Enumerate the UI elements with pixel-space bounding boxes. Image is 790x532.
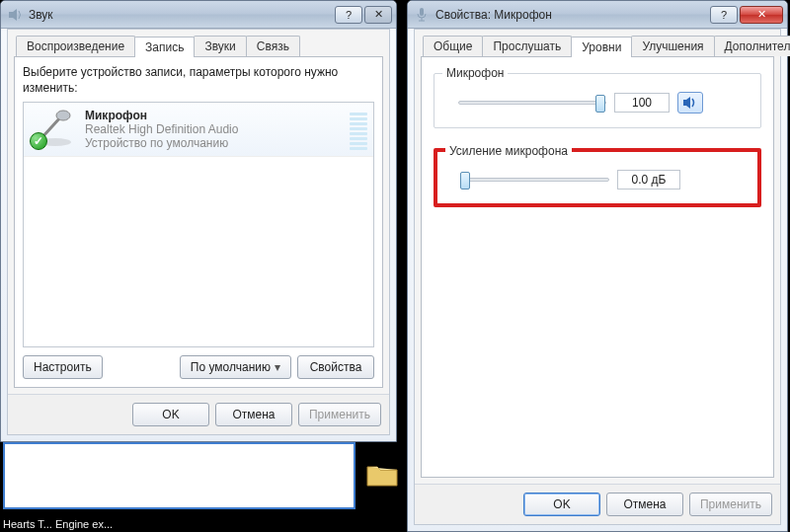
microphone-slider[interactable] [458, 101, 606, 105]
tab-recording[interactable]: Запись [134, 37, 195, 57]
set-default-button[interactable]: По умолчанию [180, 355, 291, 379]
tab-general[interactable]: Общие [423, 36, 483, 56]
desktop-selection-rect [3, 442, 356, 509]
sound-tabs: Воспроизведение Запись Звуки Связь [14, 36, 383, 57]
instruction-text: Выберите устройство записи, параметры ко… [23, 65, 374, 96]
sound-client: Воспроизведение Запись Звуки Связь Выбер… [7, 29, 390, 435]
level-meter [350, 111, 367, 150]
prop-close-button[interactable]: ✕ [740, 6, 783, 24]
levels-tab-body: Микрофон 100 Усиление микрофона [421, 57, 774, 478]
help-button[interactable]: ? [335, 6, 362, 24]
tab-comms[interactable]: Связь [246, 36, 300, 56]
device-button-row: Настроить По умолчанию Свойства [23, 355, 374, 379]
svg-rect-4 [420, 8, 424, 16]
properties-button[interactable]: Свойства [297, 355, 374, 379]
boost-slider-thumb[interactable] [460, 172, 470, 190]
sound-icon [7, 7, 23, 23]
prop-cancel-button[interactable]: Отмена [606, 493, 683, 516]
tab-levels[interactable]: Уровни [571, 37, 632, 57]
device-name: Микрофон [85, 109, 342, 122]
tab-playback[interactable]: Воспроизведение [16, 36, 135, 56]
boost-value: 0.0 дБ [617, 170, 680, 190]
sound-dialog-buttons: OK Отмена Применить [8, 394, 389, 434]
properties-dialog-buttons: OK Отмена Применить [415, 484, 780, 524]
prop-ok-button[interactable]: OK [523, 493, 600, 516]
microphone-slider-row: 100 [444, 92, 750, 114]
tab-listen[interactable]: Прослушать [482, 36, 572, 56]
recording-tab-body: Выберите устройство записи, параметры ко… [14, 57, 383, 388]
microphone-level-group: Микрофон 100 [434, 73, 761, 128]
properties-title: Свойства: Микрофон [435, 8, 708, 22]
microphone-slider-thumb[interactable] [595, 95, 605, 113]
mute-button[interactable] [677, 92, 703, 114]
configure-button[interactable]: Настроить [23, 355, 103, 379]
properties-window: Свойства: Микрофон ? ✕ Общие Прослушать … [407, 0, 788, 532]
prop-apply-button[interactable]: Применить [689, 493, 772, 516]
device-default-label: Устройство по умолчанию [85, 136, 342, 150]
microphone-titlebar-icon [414, 7, 430, 23]
sound-window: Звук ? ✕ Воспроизведение Запись Звуки Св… [0, 0, 397, 442]
device-text: Микрофон Realtek High Definition Audio У… [85, 109, 342, 150]
microphone-icon: ✓ [30, 109, 77, 148]
microphone-value: 100 [614, 93, 670, 113]
tab-sounds[interactable]: Звуки [194, 36, 246, 56]
properties-titlebar[interactable]: Свойства: Микрофон ? ✕ [408, 1, 787, 29]
ok-button[interactable]: OK [132, 403, 209, 426]
microphone-boost-group: Усиление микрофона 0.0 дБ [434, 148, 761, 207]
tab-advanced[interactable]: Дополнительно [714, 36, 790, 56]
svg-marker-0 [9, 9, 17, 21]
desktop-file-labels: Hearts T... Engine ex... [3, 518, 113, 530]
svg-point-2 [56, 111, 70, 120]
close-button[interactable]: ✕ [364, 6, 392, 24]
svg-marker-7 [683, 97, 690, 109]
boost-slider-row: 0.0 дБ [447, 170, 748, 190]
properties-client: Общие Прослушать Уровни Улучшения Дополн… [414, 29, 781, 525]
device-item-microphone[interactable]: ✓ Микрофон Realtek High Definition Audio… [24, 103, 373, 157]
boost-legend: Усиление микрофона [445, 144, 572, 158]
sound-titlebar[interactable]: Звук ? ✕ [1, 1, 396, 29]
boost-slider[interactable] [461, 178, 609, 182]
sound-title: Звук [29, 8, 333, 22]
folder-icon[interactable] [365, 461, 399, 489]
cancel-button[interactable]: Отмена [215, 403, 292, 426]
tab-enhancements[interactable]: Улучшения [631, 36, 714, 56]
device-driver: Realtek High Definition Audio [85, 122, 342, 136]
properties-tabs: Общие Прослушать Уровни Улучшения Дополн… [421, 36, 774, 57]
prop-help-button[interactable]: ? [710, 6, 738, 24]
microphone-legend: Микрофон [442, 66, 508, 80]
apply-button[interactable]: Применить [298, 403, 381, 426]
device-list[interactable]: ✓ Микрофон Realtek High Definition Audio… [23, 102, 374, 347]
